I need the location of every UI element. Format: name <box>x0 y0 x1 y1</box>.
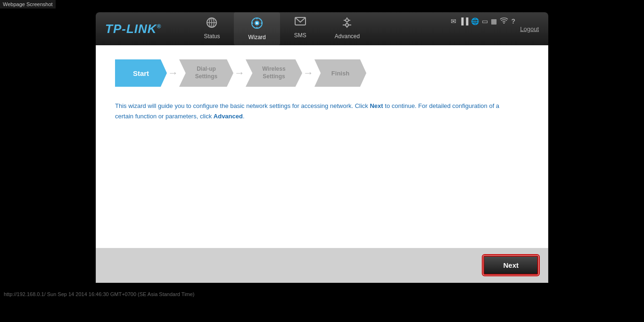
svg-point-15 <box>346 19 348 22</box>
nav-item-advanced[interactable]: Advanced <box>321 12 374 45</box>
nav-label-advanced: Advanced <box>335 33 360 40</box>
step-dialup: Dial-upSettings <box>179 59 233 87</box>
step-wireless: WirelessSettings <box>246 59 302 87</box>
advanced-highlight: Advanced <box>214 113 243 120</box>
help-icon: ? <box>511 17 515 25</box>
wizard-description: This wizard will guide you to configure … <box>115 101 502 122</box>
brand-logo: TP-LINK® <box>105 17 161 41</box>
wifi-icon <box>500 17 508 25</box>
status-icon <box>206 17 217 31</box>
main-content: Start → Dial-upSettings → WirelessSettin… <box>96 45 548 248</box>
logout-link[interactable]: Logout <box>520 25 539 33</box>
wizard-steps: Start → Dial-upSettings → WirelessSettin… <box>115 59 529 87</box>
status-icons-bar: ✉ ▐▐ 🌐 ▭ ▦ ? <box>451 17 515 25</box>
svg-point-16 <box>346 24 348 26</box>
arrow-1: → <box>168 67 178 79</box>
step-finish: Finish <box>314 59 366 87</box>
arrow-3: → <box>303 67 314 79</box>
router-ui: TP-LINK® Status <box>96 12 548 283</box>
nav-item-sms[interactable]: SMS <box>280 12 321 45</box>
sim-icon: ▦ <box>491 17 497 25</box>
advanced-icon <box>341 17 353 31</box>
footer-bar: Next <box>96 248 548 283</box>
svg-point-6 <box>256 22 258 24</box>
nav-bar: TP-LINK® Status <box>96 12 548 45</box>
next-button[interactable]: Next <box>483 256 538 275</box>
globe-status-icon: 🌐 <box>471 17 479 25</box>
nav-label-sms: SMS <box>294 32 306 39</box>
nav-label-status: Status <box>204 33 220 40</box>
email-status-icon: ✉ <box>451 17 456 25</box>
wizard-icon <box>251 17 263 32</box>
next-highlight: Next <box>370 102 383 109</box>
status-bar-text: http://192.168.0.1/ Sun Sep 14 2014 16:4… <box>4 291 195 297</box>
status-bar: http://192.168.0.1/ Sun Sep 14 2014 16:4… <box>0 289 644 299</box>
battery-icon: ▭ <box>482 17 488 25</box>
nav-label-wizard: Wizard <box>248 34 265 41</box>
nav-item-wizard[interactable]: Wizard <box>234 12 280 45</box>
sms-icon <box>295 17 306 30</box>
svg-point-17 <box>504 23 505 24</box>
signal-bars-icon: ▐▐ <box>459 17 469 25</box>
step-start: Start <box>115 59 167 87</box>
arrow-2: → <box>234 67 245 79</box>
nav-item-status[interactable]: Status <box>190 12 234 45</box>
window-title: Webpage Screenshot <box>0 0 56 8</box>
window-title-bar: Webpage Screenshot <box>0 0 644 8</box>
